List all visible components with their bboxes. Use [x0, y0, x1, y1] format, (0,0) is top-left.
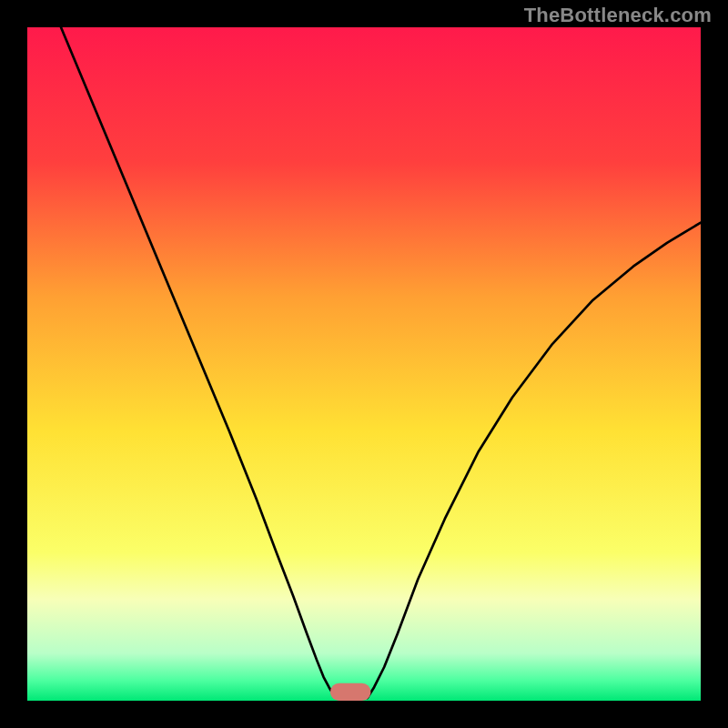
annotation-layer [330, 683, 370, 701]
base-marker [330, 683, 370, 701]
watermark-text: TheBottleneck.com [524, 4, 712, 27]
plot-background [27, 27, 701, 701]
bottleneck-chart [0, 0, 728, 728]
chart-frame: TheBottleneck.com [0, 0, 728, 728]
